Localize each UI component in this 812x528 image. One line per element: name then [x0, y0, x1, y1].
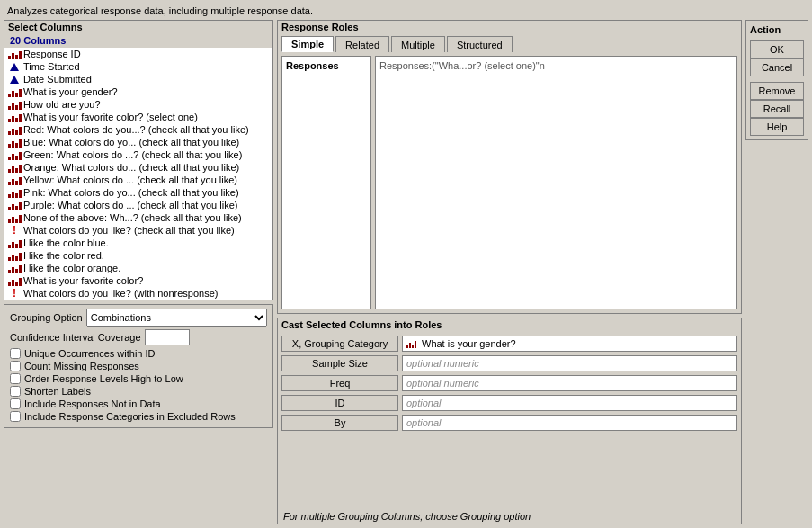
cast-role-btn-freq[interactable]: Freq: [281, 375, 398, 391]
confidence-row: Confidence Interval Coverage 0.95: [10, 329, 267, 345]
column-count: 20 Columns: [4, 33, 272, 48]
cast-value-id_role[interactable]: optional: [402, 395, 737, 411]
cast-row-id_role: ID optional: [281, 394, 737, 412]
bar-chart-icon: [8, 250, 21, 261]
checkbox-excl_rows[interactable]: [10, 411, 21, 422]
cast-role-btn-grouping_cat[interactable]: X, Grouping Category: [281, 336, 398, 352]
tab-multiple[interactable]: Multiple: [391, 36, 445, 52]
bar-chart-icon: [8, 175, 21, 185]
column-text: I like the color red.: [23, 250, 104, 261]
bar-chart-icon: [8, 200, 21, 210]
cast-role-btn-by_role[interactable]: By: [281, 415, 398, 431]
list-item[interactable]: What is your favorite color?: [4, 274, 272, 287]
cast-row-grouping_cat: X, Grouping Category What is your gender…: [281, 335, 737, 353]
ok-button[interactable]: OK: [750, 40, 804, 58]
checkbox-row: Order Response Levels High to Low: [10, 373, 267, 384]
bar-chart-icon: [8, 49, 21, 59]
bar-chart-icon: [8, 187, 21, 198]
confidence-label: Confidence Interval Coverage: [10, 332, 141, 343]
cast-value-sample_size[interactable]: optional numeric: [402, 355, 737, 371]
cast-row-freq: Freq optional numeric: [281, 374, 737, 392]
tab-content: Responses Responses:("Wha...or? (select …: [278, 52, 741, 313]
cast-bottom-note: For multiple Grouping Columns, choose Gr…: [278, 509, 741, 524]
checkboxes-container: Unique Occurrences within ID Count Missi…: [10, 348, 267, 422]
grouping-option-row: Grouping Option CombinationsIndividual: [10, 309, 267, 327]
checkbox-label-excl_rows: Include Response Categories in Excluded …: [24, 411, 236, 422]
list-item[interactable]: I like the color red.: [4, 249, 272, 262]
list-item[interactable]: I like the color orange.: [4, 262, 272, 274]
help-button[interactable]: Help: [750, 118, 804, 136]
list-item[interactable]: None of the above: Wh...? (check all tha…: [4, 211, 272, 224]
cast-value-freq[interactable]: optional numeric: [402, 375, 737, 391]
column-text: How old are you?: [23, 99, 101, 110]
options-panel: Grouping Option CombinationsIndividual C…: [4, 304, 273, 428]
column-text: What is your gender?: [23, 86, 118, 97]
list-item[interactable]: Yellow: What colors do ... (check all th…: [4, 174, 272, 186]
checkbox-order_high[interactable]: [10, 373, 21, 384]
checkbox-not_in_data[interactable]: [10, 398, 21, 409]
recall-button[interactable]: Recall: [750, 100, 804, 118]
checkbox-row: Include Responses Not in Data: [10, 398, 267, 409]
cast-value-grouping_cat[interactable]: What is your gender?: [402, 336, 737, 352]
checkbox-row: Shorten Labels: [10, 386, 267, 397]
list-item[interactable]: How old are you?: [4, 98, 272, 111]
responses-area: Responses: [281, 56, 371, 309]
tab-related[interactable]: Related: [335, 36, 389, 52]
checkbox-unique_occ[interactable]: [10, 348, 21, 359]
column-text: Red: What colors do you...? (check all t…: [23, 124, 249, 135]
cast-value-by_role[interactable]: optional: [402, 415, 737, 431]
column-text: Yellow: What colors do ... (check all th…: [23, 175, 237, 185]
checkbox-row: Count Missing Responses: [10, 361, 267, 371]
checkbox-count_missing[interactable]: [10, 361, 21, 371]
column-text: Time Started: [23, 61, 80, 72]
list-item[interactable]: What is your favorite color? (select one…: [4, 111, 272, 123]
column-text: Green: What colors do ...? (check all th…: [23, 149, 242, 160]
cast-roles-label: Cast Selected Columns into Roles: [278, 318, 741, 331]
column-text: Orange: What colors do... (check all tha…: [23, 162, 239, 173]
list-item[interactable]: Pink: What colors do yo... (check all th…: [4, 186, 272, 199]
tab-simple[interactable]: Simple: [281, 36, 334, 52]
confidence-input[interactable]: 0.95: [145, 329, 190, 345]
cast-row-sample_size: Sample Size optional numeric: [281, 354, 737, 372]
column-text: Purple: What colors do ... (check all th…: [23, 200, 237, 210]
column-text: Date Submitted: [23, 74, 92, 85]
grouping-option-label: Grouping Option: [10, 312, 83, 323]
column-text: I like the color blue.: [23, 237, 109, 248]
cancel-button[interactable]: Cancel: [750, 58, 804, 76]
list-item[interactable]: What is your gender?: [4, 85, 272, 98]
left-panel: Select Columns 20 Columns Response IDTim…: [4, 20, 273, 524]
responses-value: Responses:("Wha...or? (select one)"n: [379, 60, 545, 71]
middle-panel: Response Roles SimpleRelatedMultipleStru…: [277, 20, 742, 524]
list-item[interactable]: Blue: What colors do yo... (check all th…: [4, 136, 272, 148]
list-item[interactable]: Orange: What colors do... (check all tha…: [4, 161, 272, 174]
grouping-option-select[interactable]: CombinationsIndividual: [86, 309, 267, 327]
list-item[interactable]: Date Submitted: [4, 73, 272, 85]
cast-role-btn-id_role[interactable]: ID: [281, 395, 398, 411]
bar-chart-icon: [8, 137, 21, 148]
bar-chart-icon: [8, 162, 21, 173]
list-item[interactable]: Red: What colors do you...? (check all t…: [4, 123, 272, 136]
select-columns-box: Select Columns 20 Columns Response IDTim…: [4, 20, 273, 300]
main-container: Analyzes categorical response data, incl…: [0, 0, 812, 528]
list-item[interactable]: I like the color blue.: [4, 237, 272, 249]
list-item[interactable]: !What colors do you like? (with nonrespo…: [4, 287, 272, 300]
list-item[interactable]: Response ID: [4, 48, 272, 60]
responses-label: Responses: [284, 58, 369, 73]
list-item[interactable]: !What colors do you like? (check all tha…: [4, 224, 272, 237]
cast-placeholder: optional: [406, 417, 442, 428]
column-text: None of the above: Wh...? (check all tha…: [23, 212, 242, 223]
exclamation-icon: !: [8, 288, 21, 299]
checkbox-row: Unique Occurrences within ID: [10, 348, 267, 359]
cast-role-btn-sample_size[interactable]: Sample Size: [281, 355, 398, 371]
list-item[interactable]: Purple: What colors do ... (check all th…: [4, 199, 272, 211]
column-text: What colors do you like? (check all that…: [23, 225, 235, 236]
remove-button[interactable]: Remove: [750, 82, 804, 100]
bar-chart-icon: [8, 86, 21, 97]
checkbox-shorten[interactable]: [10, 386, 21, 397]
list-item[interactable]: Green: What colors do ...? (check all th…: [4, 148, 272, 161]
bar-chart-icon: [8, 124, 21, 135]
bar-chart-icon: [406, 339, 416, 348]
tab-structured[interactable]: Structured: [447, 36, 513, 52]
bar-chart-icon: [8, 149, 21, 160]
list-item[interactable]: Time Started: [4, 60, 272, 73]
